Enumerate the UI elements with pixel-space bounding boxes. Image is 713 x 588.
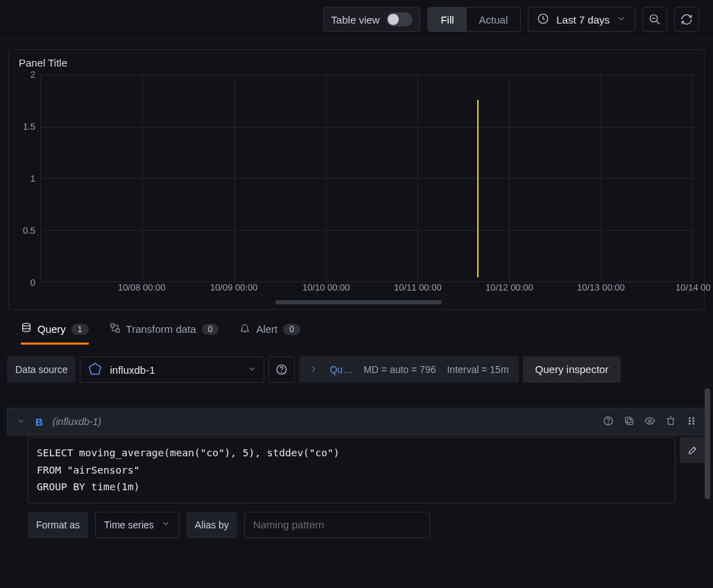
drag-handle-icon[interactable] [686, 415, 697, 429]
chevron-down-icon [617, 14, 626, 26]
svg-marker-5 [89, 363, 101, 374]
table-view-label: Table view [331, 14, 379, 26]
table-view-toggle-group: Table view [323, 7, 420, 32]
chevron-down-icon [161, 519, 171, 530]
zoom-out-button[interactable] [642, 7, 667, 32]
svg-rect-4 [116, 329, 119, 332]
svg-rect-11 [626, 417, 631, 422]
duplicate-icon[interactable] [624, 415, 635, 429]
clock-icon [537, 12, 549, 27]
top-toolbar: Table view Fill Actual Last 7 days [0, 0, 713, 40]
svg-point-15 [689, 423, 690, 424]
datasource-help-button[interactable] [268, 356, 295, 383]
x-tick: 10/12 00:00 [486, 282, 533, 293]
tab-transform-badge: 0 [202, 324, 219, 335]
query-row-actions [603, 415, 697, 429]
panel-title: Panel Title [19, 57, 698, 69]
svg-point-16 [693, 417, 694, 419]
format-row: Format as Time series Alias by [28, 512, 706, 538]
svg-point-14 [689, 420, 690, 422]
query-row-header: B (influxdb-1) [7, 408, 706, 435]
plot-area [40, 74, 698, 282]
chart-scroll-thumb[interactable] [275, 300, 441, 304]
time-range-label: Last 7 days [556, 14, 610, 26]
database-icon [21, 322, 32, 336]
query-row-datasource: (influxdb-1) [53, 416, 101, 427]
x-tick: 10/08 00:00 [118, 282, 166, 293]
tab-transform-label: Transform data [126, 323, 196, 335]
svg-point-9 [608, 423, 609, 424]
datasource-picker[interactable]: influxdb-1 [80, 356, 264, 383]
tab-alert-badge: 0 [283, 324, 300, 335]
chart-panel: Panel Title 2 1.5 1 0.5 0 10/08 00:00 [8, 49, 705, 310]
refresh-button[interactable] [674, 7, 699, 32]
eye-icon[interactable] [644, 415, 655, 429]
tab-query-badge: 1 [71, 324, 89, 335]
datasource-name: influxdb-1 [110, 364, 240, 376]
svg-rect-10 [627, 419, 633, 424]
tab-query-label: Query [37, 323, 66, 335]
collapse-query-button[interactable] [16, 416, 26, 428]
alias-by-label: Alias by [187, 512, 237, 538]
tab-alert[interactable]: Alert 0 [239, 322, 300, 345]
query-options-interval: Interval = 15m [447, 364, 508, 375]
tab-query[interactable]: Query 1 [21, 322, 89, 345]
svg-point-12 [648, 420, 651, 422]
format-as-label: Format as [28, 512, 88, 538]
x-tick: 10/10 00:00 [302, 282, 350, 293]
y-tick: 0 [31, 277, 35, 288]
svg-rect-3 [111, 324, 114, 327]
panel-scrollbar[interactable] [705, 388, 710, 499]
y-tick: 1 [31, 173, 35, 184]
time-range-picker[interactable]: Last 7 days [528, 7, 635, 32]
svg-point-13 [689, 417, 690, 419]
series-line [477, 100, 479, 277]
tab-alert-label: Alert [256, 323, 277, 335]
table-view-toggle[interactable] [386, 12, 413, 26]
fill-button[interactable]: Fill [428, 8, 466, 31]
svg-point-7 [282, 372, 282, 372]
bottom-tabs: Query 1 Transform data 0 Alert 0 [0, 310, 713, 345]
query-options[interactable]: Qu… MD = auto = 796 Interval = 15m [299, 356, 518, 383]
transform-icon [110, 322, 121, 336]
fill-actual-switch: Fill Actual [427, 7, 521, 32]
chevron-down-icon [247, 364, 257, 376]
bell-icon [239, 322, 250, 336]
x-tick: 10/14 00 [676, 282, 711, 293]
alias-by-input[interactable] [244, 512, 430, 538]
y-tick: 2 [31, 69, 35, 80]
format-as-value: Time series [104, 519, 154, 530]
x-tick: 10/09 00:00 [210, 282, 258, 293]
datasource-row: Data source influxdb-1 Qu… MD = auto = 7… [7, 356, 706, 383]
query-row-name[interactable]: B [35, 416, 43, 428]
influxdb-icon [87, 362, 103, 377]
x-axis: 10/08 00:00 10/09 00:00 10/10 00:00 10/1… [40, 282, 698, 296]
format-as-select[interactable]: Time series [95, 512, 180, 538]
y-tick: 1.5 [23, 121, 35, 132]
trash-icon[interactable] [665, 415, 676, 429]
query-options-label: Qu… [329, 364, 352, 375]
query-inspector-button[interactable]: Query inspector [523, 356, 621, 383]
svg-point-2 [23, 323, 31, 326]
actual-button[interactable]: Actual [467, 8, 521, 31]
query-options-md: MD = auto = 796 [363, 364, 436, 375]
toggle-editor-mode-button[interactable] [680, 437, 706, 463]
query-editor-row: SELECT moving_average(mean("co"), 5), st… [7, 437, 706, 503]
chevron-right-icon [309, 364, 318, 376]
y-axis: 2 1.5 1 0.5 0 [19, 74, 40, 282]
help-icon[interactable] [603, 415, 614, 429]
svg-point-18 [693, 423, 694, 424]
svg-point-17 [693, 420, 694, 422]
y-tick: 0.5 [23, 225, 35, 236]
tab-transform[interactable]: Transform data 0 [110, 322, 219, 345]
chart-area[interactable]: 2 1.5 1 0.5 0 [19, 74, 698, 282]
chart-scroll-track[interactable] [40, 300, 678, 304]
x-tick: 10/13 00:00 [577, 282, 625, 293]
x-tick: 10/11 00:00 [394, 282, 442, 293]
datasource-label: Data source [7, 356, 76, 383]
query-panel: Data source influxdb-1 Qu… MD = auto = 7… [0, 345, 713, 538]
query-editor[interactable]: SELECT moving_average(mean("co"), 5), st… [28, 437, 676, 503]
